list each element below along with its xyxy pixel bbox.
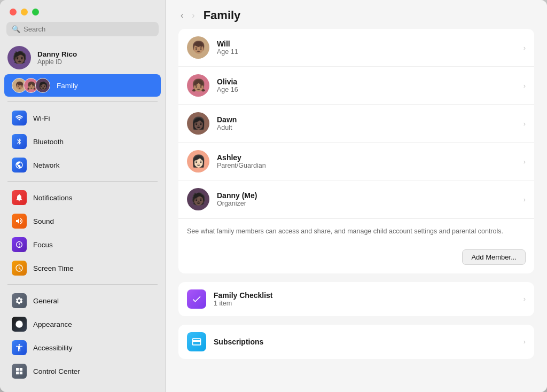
svg-point-0 <box>15 320 22 327</box>
avatar: 🧑🏿 <box>187 188 209 210</box>
table-row[interactable]: 👦🏽 Will Age 11 › <box>178 29 534 67</box>
table-row[interactable]: 👧🏽 Olivia Age 16 › <box>178 67 534 105</box>
member-info: Danny (Me) Organizer <box>217 191 516 207</box>
chevron-right-icon: › <box>523 195 526 203</box>
subscriptions-name: Subscriptions <box>214 338 516 346</box>
avatar: 👩🏿 <box>187 112 209 135</box>
member-name: Will <box>217 40 516 48</box>
sidebar-item-sound-label: Sound <box>33 217 54 225</box>
sidebar-item-sound[interactable]: Sound <box>4 210 161 232</box>
sidebar-item-controlcenter-label: Control Center <box>33 367 80 375</box>
maximize-button[interactable] <box>32 9 39 15</box>
chevron-right-icon: › <box>523 338 526 346</box>
sidebar-profile[interactable]: 🧑🏿 Danny Rico Apple ID <box>0 42 165 74</box>
avatar: 👦🏽 <box>187 36 209 59</box>
close-button[interactable] <box>10 9 17 15</box>
sidebar-divider-3 <box>7 284 158 285</box>
traffic-lights <box>0 0 165 22</box>
search-input[interactable] <box>24 25 153 33</box>
focus-icon <box>12 237 27 252</box>
back-button[interactable]: ‹ <box>178 10 185 21</box>
checklist-info: Family Checklist 1 item <box>214 291 516 307</box>
chevron-right-icon: › <box>523 295 526 303</box>
member-info: Dawn Adult <box>217 115 516 131</box>
notifications-icon <box>12 190 27 205</box>
sidebar-item-appearance-label: Appearance <box>33 320 72 328</box>
sidebar-item-bluetooth[interactable]: Bluetooth <box>4 130 161 153</box>
add-member-button[interactable]: Add Member... <box>462 249 526 265</box>
member-role: Age 11 <box>217 48 516 56</box>
checklist-name: Family Checklist <box>214 291 516 300</box>
sidebar-item-accessibility-label: Accessibility <box>33 344 73 352</box>
subscriptions-info: Subscriptions <box>214 338 516 346</box>
member-name: Danny (Me) <box>217 191 516 200</box>
sidebar-item-accessibility[interactable]: Accessibility <box>4 336 161 359</box>
member-info: Olivia Age 16 <box>217 77 516 93</box>
checklist-count: 1 item <box>214 300 516 307</box>
sidebar-item-screentime-label: Screen Time <box>33 264 74 272</box>
subscriptions-card[interactable]: Subscriptions › <box>178 325 534 359</box>
member-info: Will Age 11 <box>217 40 516 56</box>
sidebar-item-family[interactable]: 👦🏽 👧🏽 🧑🏿 Family <box>4 74 161 97</box>
table-row[interactable]: 👩🏻 Ashley Parent/Guardian › <box>178 143 534 181</box>
sidebar-item-wifi[interactable]: Wi-Fi <box>4 107 161 129</box>
sound-icon <box>12 214 27 229</box>
content-area: 👦🏽 Will Age 11 › 👧🏽 Olivia Age 16 › <box>166 29 547 372</box>
profile-subtitle: Apple ID <box>37 58 77 66</box>
main-header: ‹ › Family <box>166 0 547 29</box>
wifi-icon <box>12 111 27 126</box>
checklist-icon <box>187 289 206 309</box>
family-members-card: 👦🏽 Will Age 11 › 👧🏽 Olivia Age 16 › <box>178 29 534 273</box>
member-info: Ashley Parent/Guardian <box>217 153 516 169</box>
page-title: Family <box>204 9 241 22</box>
member-role: Organizer <box>217 200 516 207</box>
main-content: ‹ › Family 👦🏽 Will Age 11 › 👧🏽 <box>166 0 547 392</box>
sidebar-item-network-label: Network <box>33 161 60 169</box>
controlcenter-icon <box>12 364 27 379</box>
member-name: Ashley <box>217 153 516 162</box>
minimize-button[interactable] <box>21 9 28 15</box>
search-icon: 🔍 <box>12 25 20 33</box>
accessibility-icon <box>12 340 27 355</box>
avatar: 👧🏽 <box>187 74 209 97</box>
chevron-right-icon: › <box>523 44 526 52</box>
member-role: Age 16 <box>217 86 516 93</box>
avatar: 🧑🏿 <box>7 46 31 69</box>
sidebar-item-screentime[interactable]: Screen Time <box>4 257 161 279</box>
sidebar-item-appearance[interactable]: Appearance <box>4 313 161 335</box>
table-row[interactable]: 🧑🏿 Danny (Me) Organizer › <box>178 181 534 218</box>
member-role: Parent/Guardian <box>217 162 516 169</box>
sidebar-item-family-label: Family <box>57 82 78 90</box>
avatar: 👩🏻 <box>187 150 209 173</box>
family-avatars-icon: 👦🏽 👧🏽 🧑🏿 <box>12 78 50 93</box>
sidebar-item-general[interactable]: General <box>4 289 161 312</box>
sidebar: 🔍 🧑🏿 Danny Rico Apple ID 👦🏽 👧🏽 🧑🏿 Family <box>0 0 166 392</box>
chevron-right-icon: › <box>523 82 526 90</box>
member-name: Dawn <box>217 115 516 124</box>
add-member-row: Add Member... <box>178 244 534 273</box>
profile-name: Danny Rico <box>37 50 77 58</box>
family-avatar-3: 🧑🏿 <box>35 78 50 93</box>
network-icon <box>12 158 27 173</box>
family-checklist-card[interactable]: Family Checklist 1 item › <box>178 282 534 316</box>
profile-info: Danny Rico Apple ID <box>37 50 77 66</box>
screentime-icon <box>12 261 27 276</box>
sidebar-item-focus-label: Focus <box>33 241 53 249</box>
sidebar-item-focus[interactable]: Focus <box>4 233 161 256</box>
general-icon <box>12 293 27 308</box>
chevron-right-icon: › <box>523 158 526 166</box>
chevron-right-icon: › <box>523 120 526 128</box>
search-bar[interactable]: 🔍 <box>6 22 159 36</box>
system-settings-window: 🔍 🧑🏿 Danny Rico Apple ID 👦🏽 👧🏽 🧑🏿 Family <box>0 0 547 392</box>
member-role: Adult <box>217 124 516 131</box>
appearance-icon <box>12 317 27 332</box>
forward-button[interactable]: › <box>190 10 197 21</box>
sidebar-item-network[interactable]: Network <box>4 154 161 176</box>
sidebar-divider-2 <box>7 181 158 182</box>
sidebar-item-general-label: General <box>33 297 59 305</box>
table-row[interactable]: 👩🏿 Dawn Adult › <box>178 105 534 143</box>
sidebar-item-notifications[interactable]: Notifications <box>4 186 161 209</box>
sidebar-item-notifications-label: Notifications <box>33 194 73 202</box>
sidebar-item-controlcenter[interactable]: Control Center <box>4 360 161 382</box>
sidebar-divider-1 <box>7 101 158 102</box>
